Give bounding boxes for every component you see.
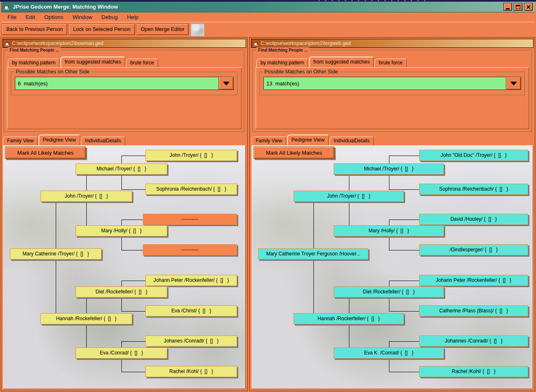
connector-line (389, 341, 389, 347)
person-box[interactable]: Rachel /Kohl/ { [] } (145, 366, 237, 377)
person-box[interactable]: Catherine /Plass (Blass)/ { [] } (419, 305, 528, 316)
menu-bar: FileEditOptionsWindowDebugHelp (1, 12, 535, 22)
match-count-value: 6 match(es) (15, 77, 218, 90)
possible-matches-group: Possible Matches on Other Side 13 match(… (259, 72, 525, 96)
internal-frame-bowman: C:\eclipse\workspace\jdom2\bowman.ged Fi… (1, 37, 248, 391)
person-box[interactable]: Mary /Holly/ { [] } (334, 225, 444, 236)
back-to-previous-person-button[interactable]: Back to Previous Person (2, 24, 67, 35)
connector-line (389, 250, 419, 250)
connector-line (389, 189, 419, 190)
menu-item-file[interactable]: File (3, 13, 21, 21)
window-titlebar[interactable]: JPrise Gedcom Merge: Matching Window ✕ (1, 2, 535, 12)
menu-item-help[interactable]: Help (122, 13, 143, 21)
window-title: JPrise Gedcom Merge: Matching Window (13, 4, 503, 10)
minimize-button[interactable] (503, 3, 512, 11)
person-box[interactable]: Michael /Troyer/ { [] } (334, 163, 444, 175)
group-label: Find Matching People ... (8, 47, 61, 52)
person-box[interactable]: Sophrona /Reichenbach/ { [] } (419, 184, 528, 195)
person-box[interactable]: John /Troyer/ { [] } (145, 150, 237, 161)
menu-item-edit[interactable]: Edit (21, 13, 40, 21)
java-cup-icon (5, 41, 10, 46)
person-box[interactable]: Sophronia /Reichenbach/ { [] } (145, 184, 237, 195)
person-box[interactable]: Rachel /Kohl/ { [] } (419, 366, 528, 377)
connector-line (121, 341, 122, 347)
person-box[interactable]: David /Hooley/ { [] } (419, 214, 528, 225)
connector-line (389, 156, 389, 163)
match-combobox[interactable]: 13 match(es) (263, 77, 521, 90)
menu-item-window[interactable]: Window (68, 13, 97, 21)
person-box[interactable]: Eva K. /Conrad/ { [] } (334, 347, 444, 359)
connector-line (389, 156, 419, 156)
possible-matches-group: Possible Matches on Other Side 6 match(e… (11, 72, 238, 96)
lock-on-selected-person-button[interactable]: Lock on Selected Person (69, 24, 135, 35)
person-box[interactable]: Diel /Rockefeller/ { [] } (334, 286, 444, 298)
open-merge-editor-button[interactable]: Open Merge Editor (136, 24, 189, 35)
tab-individualdetails[interactable]: IndividualDetails (330, 137, 374, 145)
person-box[interactable]: Mary Catherine /Troyer/ { [] } (10, 248, 102, 260)
combo-dropdown-button[interactable] (218, 77, 233, 90)
connector-line (313, 260, 314, 313)
person-box[interactable]: Hannah /Rockerfeller/ { [] } (294, 313, 404, 324)
connector-line (389, 220, 419, 220)
person-box[interactable]: Eva /Christ/ { [] } (145, 305, 237, 316)
person-box[interactable]: Michael /Troyer/ { [] } (76, 163, 167, 175)
connector-line (86, 202, 87, 225)
close-button[interactable]: ✕ (524, 3, 533, 11)
connector-line (389, 175, 389, 189)
tab-from-suggested-matches[interactable]: from suggested matches (309, 57, 374, 67)
connector-line (349, 175, 349, 191)
person-box[interactable]: /Gindlesperger/ { [] } (419, 244, 528, 255)
tab-pedigree-view[interactable]: Pedigree View (38, 135, 80, 145)
person-box[interactable]: John /Troyer/ { [] } (40, 191, 132, 202)
connector-line (389, 220, 389, 225)
tab-brute-force[interactable]: brute force (126, 59, 158, 67)
chevron-down-icon (510, 82, 517, 85)
person-box[interactable]: John /Troyer/ { [] } (294, 191, 404, 202)
group-label: Find Matching People ... (256, 47, 309, 52)
maximize-button[interactable] (514, 3, 522, 11)
tab-by-matching-pattern[interactable]: by matching pattern (8, 59, 59, 67)
connector-line (86, 175, 87, 191)
tab-family-view[interactable]: Family View (3, 137, 38, 145)
tab-pedigree-view[interactable]: Pedigree View (287, 135, 328, 145)
frame-title: C:\eclipse\workspace\jdom2\fergweb.ged (261, 40, 351, 46)
tab-family-view[interactable]: Family View (251, 137, 286, 145)
tab-brute-force[interactable]: brute force (375, 59, 406, 67)
connector-line (349, 298, 349, 313)
tab-by-matching-pattern[interactable]: by matching pattern (256, 59, 308, 67)
find-matching-people-group: Find Matching People ... by matching pat… (252, 50, 532, 132)
unknown-person-box[interactable]: ---------- (143, 214, 237, 225)
tab-from-suggested-matches[interactable]: from suggested matches (60, 57, 125, 67)
connector-line (389, 236, 389, 250)
person-box[interactable]: Eva /Conrad/ { [] } (76, 347, 167, 359)
connector-line (121, 281, 122, 286)
person-box[interactable]: Johann Peter /Rockenfeller/ { [] } (145, 275, 237, 286)
connector-line (389, 359, 389, 372)
person-box[interactable]: Johanes /Conradt/ { [] } (145, 335, 237, 347)
java-cup-icon (253, 41, 259, 46)
person-box[interactable]: Johannes /Conradt/ { [] } (419, 335, 528, 347)
person-box[interactable]: Mary Catherine Troyer Ferguson /Hoover..… (258, 248, 368, 260)
connector-line (389, 341, 419, 342)
person-box[interactable]: John "Old Doc" /Troyer/ { [] } (419, 150, 528, 161)
background-window-text-fragment (313, 0, 429, 1)
match-method-tabs: by matching patternfrom suggested matche… (256, 57, 408, 67)
frame-titlebar[interactable]: C:\eclipse\workspace\jdom2\bowman.ged (2, 39, 246, 48)
mark-all-likely-matches-button[interactable]: Mark All Likely Matches (254, 146, 334, 159)
person-box[interactable]: Johann Peter /Rockenfeller/ { [] } (419, 275, 528, 286)
unknown-person-box[interactable]: ---------- (143, 244, 237, 255)
connector-line (121, 341, 145, 342)
combo-dropdown-button[interactable] (506, 77, 521, 90)
match-count-value: 13 match(es) (264, 77, 506, 90)
menu-item-debug[interactable]: Debug (97, 13, 123, 21)
mark-all-likely-matches-button[interactable]: Mark All Likely Matches (5, 146, 86, 159)
tab-individualdetails[interactable]: IndividualDetails (81, 137, 125, 145)
frame-titlebar[interactable]: C:\eclipse\workspace\jdom2\fergweb.ged (251, 39, 534, 48)
menu-item-options[interactable]: Options (40, 13, 68, 21)
person-box[interactable]: Hannah /Rockefeller/ { [] } (40, 313, 132, 324)
match-combobox[interactable]: 6 match(es) (15, 77, 234, 90)
person-box[interactable]: Mary /Holly/ { [] } (76, 225, 167, 236)
application-window: JPrise Gedcom Merge: Matching Window ✕ F… (0, 0, 536, 392)
connector-line (56, 260, 56, 313)
person-box[interactable]: Diel /Rockefeller/ { [] } (76, 286, 167, 298)
